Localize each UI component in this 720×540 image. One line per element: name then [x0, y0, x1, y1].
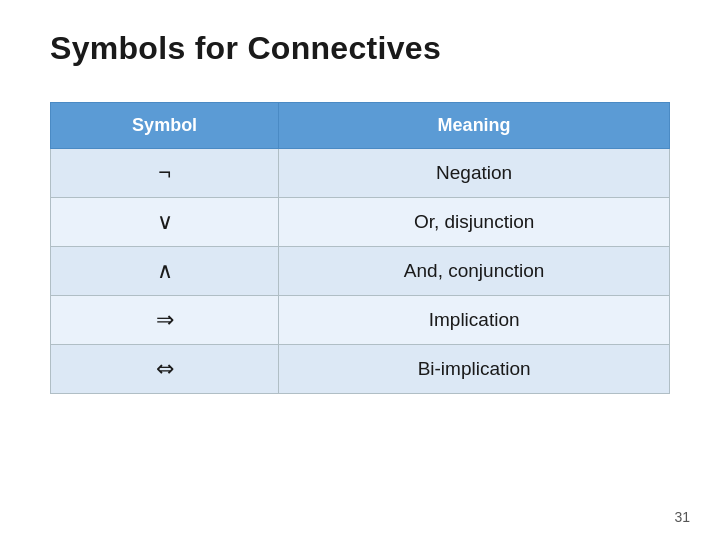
page-title: Symbols for Connectives — [50, 30, 670, 67]
meaning-cell: Negation — [279, 149, 670, 198]
header-symbol: Symbol — [51, 103, 279, 149]
table-row: ⇔Bi-implication — [51, 345, 670, 394]
page-container: Symbols for Connectives Symbol Meaning ¬… — [0, 0, 720, 540]
meaning-cell: And, conjunction — [279, 247, 670, 296]
meaning-cell: Bi-implication — [279, 345, 670, 394]
page-number: 31 — [674, 509, 690, 525]
table-row: ⇒Implication — [51, 296, 670, 345]
meaning-cell: Implication — [279, 296, 670, 345]
table-row: ¬Negation — [51, 149, 670, 198]
symbol-cell: ⇔ — [51, 345, 279, 394]
meaning-cell: Or, disjunction — [279, 198, 670, 247]
table-row: ∨Or, disjunction — [51, 198, 670, 247]
table-header-row: Symbol Meaning — [51, 103, 670, 149]
symbol-cell: ∨ — [51, 198, 279, 247]
header-meaning: Meaning — [279, 103, 670, 149]
connectives-table: Symbol Meaning ¬Negation∨Or, disjunction… — [50, 102, 670, 394]
table-row: ∧And, conjunction — [51, 247, 670, 296]
table-wrapper: Symbol Meaning ¬Negation∨Or, disjunction… — [50, 102, 670, 394]
symbol-cell: ∧ — [51, 247, 279, 296]
symbol-cell: ¬ — [51, 149, 279, 198]
symbol-cell: ⇒ — [51, 296, 279, 345]
